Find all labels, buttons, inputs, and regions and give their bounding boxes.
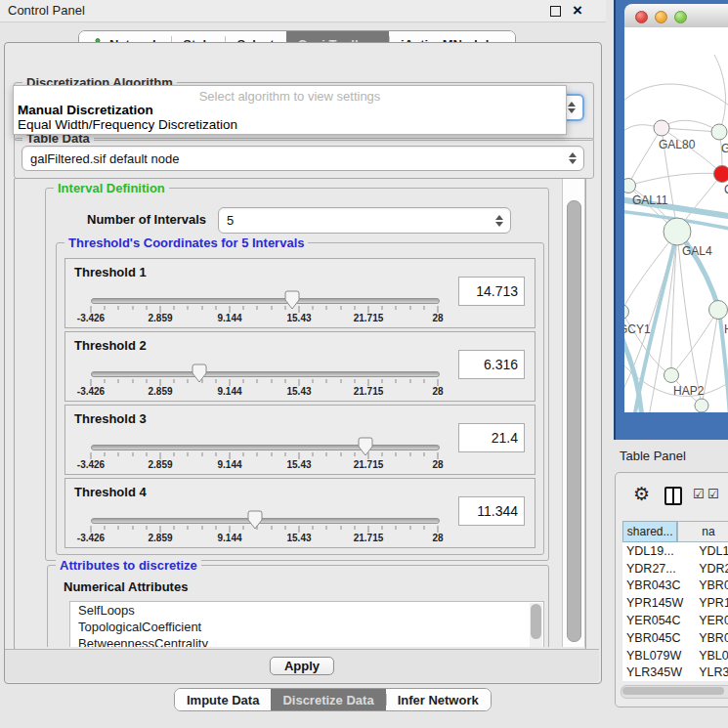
network-node[interactable] [624, 179, 636, 193]
network-node-label: HA [724, 322, 728, 336]
tick-mark [284, 306, 285, 310]
tick-mark [146, 379, 147, 383]
tick-label: -3.426 [77, 386, 105, 397]
mac-minimize-icon[interactable] [655, 11, 667, 23]
tick-mark [368, 452, 369, 459]
list-item[interactable]: SelfLoops [70, 602, 543, 619]
network-node[interactable] [664, 218, 691, 245]
control-panel-title: Control Panel [8, 3, 85, 18]
tick-mark [326, 379, 327, 383]
network-node[interactable] [664, 368, 679, 383]
table-column-header[interactable]: na [677, 521, 728, 542]
network-canvas[interactable]: GAL80GACYGAL11GAL4GCY1HAHAP2 [624, 27, 728, 412]
settings-vertical-scrollbar[interactable] [562, 179, 585, 647]
tick-mark [188, 526, 189, 530]
network-node-label: CY [724, 183, 728, 196]
threshold-1-slider[interactable] [91, 298, 440, 304]
float-window-icon[interactable] [550, 6, 561, 17]
threshold-4-slider[interactable] [91, 518, 440, 524]
tab-discretize-data[interactable]: Discretize Data [271, 689, 385, 710]
mac-zoom-icon[interactable] [674, 11, 687, 23]
table-data-value: galFiltered.sif default node [30, 151, 179, 166]
network-node[interactable] [714, 166, 728, 183]
mac-close-icon[interactable] [635, 11, 648, 23]
table-column-header[interactable]: shared... [622, 521, 677, 542]
tick-mark [354, 306, 355, 310]
tick-mark [118, 306, 119, 310]
table-row[interactable]: YER054CYER0 [622, 612, 728, 629]
tick-mark [299, 452, 300, 459]
network-node-label: GAL4 [682, 244, 712, 258]
slider-tick-labels: -3.4262.8599.14415.4321.71528 [91, 386, 438, 398]
network-node[interactable] [711, 124, 727, 140]
tick-mark [230, 452, 231, 459]
apply-button[interactable]: Apply [270, 657, 334, 675]
menu-item-manual-discretization[interactable]: Manual Discretization [18, 103, 153, 117]
bottom-tab-bar: Impute DataDiscretize DataInfer Network [174, 688, 492, 711]
threshold-3-value-field[interactable]: 21.4 [458, 423, 525, 452]
gear-icon[interactable]: ⚙ [633, 485, 650, 503]
table-row[interactable]: YLR345WYLR3 [622, 664, 728, 681]
tick-mark [160, 379, 161, 386]
tick-mark [438, 526, 439, 533]
table-row[interactable]: YBR045CYBR0 [622, 629, 728, 647]
table-row[interactable]: YBL079WYBL0 [622, 647, 728, 664]
threshold-4-value-field[interactable]: 11.344 [458, 496, 525, 526]
tick-mark [340, 306, 341, 310]
numerical-attributes-list[interactable]: SelfLoopsTopologicalCoefficientBetweenne… [69, 601, 544, 647]
checkbox-icon[interactable]: ☑ [693, 487, 705, 501]
attribute-items: SelfLoopsTopologicalCoefficientBetweenne… [70, 602, 543, 647]
tick-mark [188, 379, 189, 383]
tick-label: 2.859 [148, 459, 172, 470]
network-node[interactable] [624, 305, 629, 320]
tick-mark [396, 306, 397, 310]
threshold-3-slider[interactable] [91, 445, 440, 450]
table-cell: YPR145W [622, 596, 693, 610]
tick-mark [118, 526, 119, 530]
list-item[interactable]: TopologicalCoefficient [70, 619, 543, 635]
tick-mark [423, 379, 424, 383]
checkbox-icon[interactable]: ☑ [707, 487, 719, 501]
tick-mark [146, 452, 147, 456]
tick-mark [396, 526, 397, 530]
table-row[interactable]: YDR27...YDR2 [622, 560, 728, 578]
table-cell: YPR1 [693, 596, 728, 610]
tick-mark [215, 452, 216, 456]
settings-scrollbar-thumb[interactable] [567, 200, 581, 642]
table-cell: YDR2 [693, 562, 728, 576]
table-row[interactable]: YPR145WYPR1 [622, 594, 728, 612]
table-horizontal-scrollbar[interactable] [621, 685, 728, 699]
table-hscrollbar-thumb[interactable] [622, 687, 724, 695]
network-node[interactable] [709, 301, 728, 320]
threshold-2-value-field[interactable]: 6.316 [458, 350, 525, 379]
tick-mark [174, 526, 175, 530]
tick-label: 28 [432, 313, 443, 323]
tick-mark [118, 452, 119, 456]
tab-label: Impute Data [187, 693, 259, 707]
tick-mark [174, 379, 175, 383]
table-row[interactable]: YDL19...YDL1 [622, 542, 728, 560]
tick-mark [105, 306, 106, 310]
threshold-2-slider[interactable] [91, 371, 440, 377]
columns-icon[interactable] [664, 487, 682, 505]
close-icon[interactable]: × [573, 0, 582, 21]
number-of-intervals-combobox[interactable]: 5 [218, 207, 511, 234]
tick-mark [215, 379, 216, 383]
list-item[interactable]: BetweennessCentrality [70, 635, 543, 647]
tick-mark [326, 452, 327, 456]
tab-infer-network[interactable]: Infer Network [386, 689, 491, 710]
table-data-combobox[interactable]: galFiltered.sif default node [21, 146, 584, 171]
table-row[interactable]: YBR043CYBR0 [622, 578, 728, 595]
network-edge [624, 84, 728, 109]
attributes-scrollbar-thumb[interactable] [531, 604, 541, 639]
tick-mark [438, 452, 439, 459]
threshold-1-value-field[interactable]: 14.713 [458, 277, 525, 306]
tab-impute-data[interactable]: Impute Data [175, 689, 271, 710]
network-node[interactable] [654, 120, 669, 136]
tick-label: 21.715 [354, 459, 384, 470]
tick-mark [396, 379, 397, 383]
attributes-scrollbar[interactable] [530, 603, 542, 647]
menu-item-equal-width-discretization[interactable]: Equal Width/Frequency Discretization [18, 117, 237, 132]
tick-mark [326, 526, 327, 530]
network-node[interactable] [695, 399, 708, 412]
